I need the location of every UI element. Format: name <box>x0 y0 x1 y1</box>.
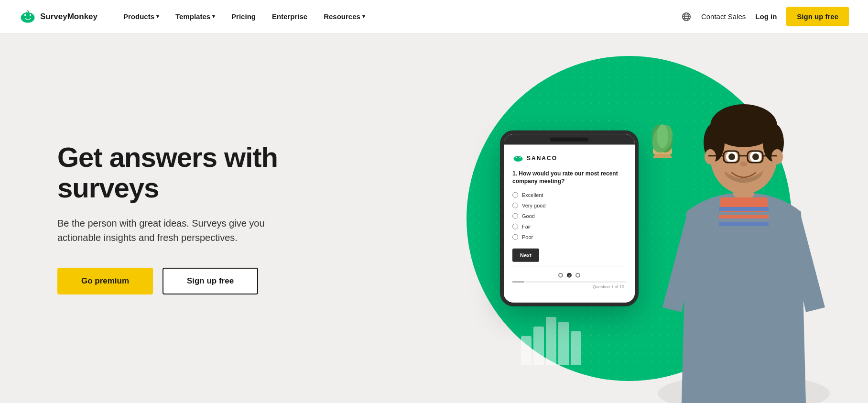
option-label-3: Good <box>522 213 535 219</box>
nav-enterprise-label: Enterprise <box>272 12 307 21</box>
chevron-down-icon: ▾ <box>156 13 159 20</box>
dot-3 <box>575 273 580 278</box>
phone-mockup: SANACO 1. How would you rate our most re… <box>500 130 639 306</box>
svg-point-31 <box>728 153 735 160</box>
svg-point-32 <box>752 153 759 160</box>
phone-company-name: SANACO <box>527 154 557 161</box>
logo-link[interactable]: SurveyMonkey <box>19 8 98 25</box>
phone-content: SANACO 1. How would you rate our most re… <box>504 144 635 303</box>
bar-4 <box>558 322 569 365</box>
hero-title: Get answers with surveys <box>57 142 320 203</box>
radio-poor[interactable] <box>512 234 518 240</box>
radio-fair[interactable] <box>512 224 518 229</box>
nav-products[interactable]: Products ▾ <box>117 9 166 24</box>
svg-point-4 <box>30 14 32 16</box>
nav-resources[interactable]: Resources ▾ <box>317 9 372 24</box>
svg-point-12 <box>513 156 522 161</box>
svg-point-28 <box>771 149 783 164</box>
nav-templates[interactable]: Templates ▾ <box>169 9 222 24</box>
radio-good[interactable] <box>512 213 518 219</box>
go-premium-button[interactable]: Go premium <box>57 268 153 294</box>
bar-chart <box>521 317 581 365</box>
phone-option-2: Very good <box>512 203 626 208</box>
globe-icon[interactable] <box>681 11 692 22</box>
option-label-5: Poor <box>522 234 533 240</box>
option-label-2: Very good <box>522 203 546 208</box>
option-label-1: Excellent <box>522 192 543 198</box>
svg-rect-6 <box>28 11 29 14</box>
svg-point-38 <box>740 162 748 166</box>
phone-progress-bar-wrap <box>512 282 626 283</box>
chevron-down-icon: ▾ <box>362 13 365 20</box>
phone-progress-text: Question 1 of 10 <box>512 284 626 293</box>
plant-decoration <box>643 110 691 158</box>
hero-visual: SANACO 1. How would you rate our most re… <box>457 33 868 403</box>
dot-1 <box>558 273 563 278</box>
phone-question: 1. How would you rate our most recent co… <box>512 169 626 185</box>
bar-5 <box>571 331 581 365</box>
svg-point-43 <box>657 124 668 148</box>
phone-notch-bar <box>550 137 588 141</box>
nav-right: Contact Sales Log in Sign up free <box>681 7 849 26</box>
contact-sales-link[interactable]: Contact Sales <box>701 12 746 21</box>
svg-point-16 <box>520 157 521 158</box>
phone-dots <box>512 267 626 282</box>
phone-company-logo: SANACO <box>512 154 626 162</box>
plant-svg <box>643 110 682 158</box>
nav-resources-label: Resources <box>324 12 360 21</box>
svg-rect-5 <box>26 11 27 14</box>
signup-button[interactable]: Sign up free <box>786 7 849 26</box>
phone-notch <box>504 134 635 144</box>
svg-rect-19 <box>719 207 769 211</box>
phone-next-button[interactable]: Next <box>512 249 539 262</box>
svg-rect-20 <box>719 215 769 218</box>
hero-buttons: Go premium Sign up free <box>57 268 320 294</box>
svg-point-15 <box>516 157 517 158</box>
logo-icon <box>19 8 36 25</box>
chevron-down-icon: ▾ <box>212 13 215 20</box>
login-button[interactable]: Log in <box>755 12 777 21</box>
svg-point-3 <box>24 14 26 16</box>
nav-pricing[interactable]: Pricing <box>225 9 262 24</box>
main-nav: SurveyMonkey Products ▾ Templates ▾ Pric… <box>0 0 868 33</box>
brand-name: SurveyMonkey <box>40 12 98 22</box>
svg-point-27 <box>705 149 716 164</box>
svg-rect-21 <box>719 222 769 226</box>
phone-progress-bar <box>512 282 524 283</box>
nav-enterprise[interactable]: Enterprise <box>265 9 314 24</box>
radio-excellent[interactable] <box>512 192 518 198</box>
phone-option-4: Fair <box>512 224 626 229</box>
phone-option-3: Good <box>512 213 626 219</box>
phone-option-5: Poor <box>512 234 626 240</box>
dot-2 <box>567 273 572 278</box>
bar-3 <box>546 317 556 365</box>
hero-content: Get answers with surveys Be the person w… <box>57 142 320 295</box>
hero-signup-button[interactable]: Sign up free <box>163 268 258 294</box>
nav-products-label: Products <box>123 12 154 21</box>
radio-verygood[interactable] <box>512 203 518 208</box>
hero-section: Get answers with surveys Be the person w… <box>0 33 868 403</box>
nav-pricing-label: Pricing <box>231 12 256 21</box>
nav-templates-label: Templates <box>175 12 210 21</box>
hero-subtitle: Be the person with great ideas. Surveys … <box>57 216 277 245</box>
nav-links: Products ▾ Templates ▾ Pricing Enterpris… <box>117 9 681 24</box>
phone-logo-icon <box>512 154 524 162</box>
phone-option-1: Excellent <box>512 192 626 198</box>
option-label-4: Fair <box>522 224 531 229</box>
svg-point-0 <box>21 12 35 23</box>
bar-1 <box>521 336 532 365</box>
bar-2 <box>533 327 544 365</box>
